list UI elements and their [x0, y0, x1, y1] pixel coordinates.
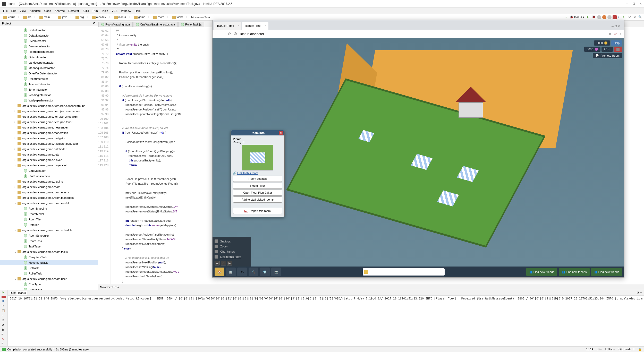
menu-refactor[interactable]: Refactor — [67, 9, 81, 13]
menu-code[interactable]: Code — [43, 9, 53, 13]
breadcrumb[interactable]: main — [38, 15, 52, 19]
report-room-button[interactable]: Report this room — [233, 208, 282, 214]
class-node[interactable]: CChatType — [0, 281, 98, 287]
tool-icon[interactable]: 📋 — [2, 309, 6, 312]
menu-edit[interactable]: Edit — [10, 9, 18, 13]
debug-button[interactable]: 🐞 — [592, 15, 596, 19]
maximize-button[interactable]: ☐ — [632, 2, 635, 5]
breadcrumb[interactable]: org — [74, 15, 86, 19]
class-node[interactable]: CFloorpaperInteractor — [0, 49, 98, 54]
class-node[interactable]: CRollerInteractor — [0, 76, 98, 81]
tool-icon[interactable]: ⇥ — [2, 304, 6, 307]
package-node[interactable]: ›org.alexdev.icarus.game.messenger — [0, 125, 98, 130]
package-node[interactable]: ›org.alexdev.icarus.game.item.json.moodl… — [0, 114, 98, 119]
room-settings-button[interactable]: Room settings — [233, 176, 282, 182]
breadcrumb[interactable]: MovementTask — [190, 15, 212, 19]
shop-icon[interactable]: 🛍 — [237, 268, 247, 276]
info-icon[interactable]: ⓘ — [234, 32, 237, 36]
package-node[interactable]: ›org.alexdev.icarus.game.pathfinder — [0, 146, 98, 152]
chat-style-icon[interactable] — [364, 270, 368, 274]
breadcrumb[interactable]: room — [152, 15, 166, 19]
breadcrumb[interactable]: alexdev — [90, 15, 108, 19]
menu-icon[interactable]: ⋮ — [619, 32, 622, 36]
class-node[interactable]: CRoomUser — [0, 287, 98, 290]
class-node[interactable]: CRotation — [0, 222, 98, 227]
ublock-icon[interactable]: 🛡 — [614, 32, 617, 36]
class-node[interactable]: CRoomTask — [0, 238, 98, 244]
mini-chat-history[interactable]: Chat history — [215, 249, 249, 254]
star-icon[interactable]: ☆ — [609, 32, 611, 36]
tool-icon[interactable]: ↓ — [2, 314, 6, 317]
editor-tab[interactable]: RoomMapping.java — [98, 22, 133, 27]
currency-credits[interactable]: 9000 — [594, 40, 610, 46]
back-button[interactable]: ← — [215, 32, 219, 36]
nav-back[interactable]: ◀ — [215, 261, 220, 265]
menu-analyze[interactable]: Analyze — [53, 9, 66, 13]
close-icon[interactable]: × — [238, 24, 239, 27]
package-node[interactable]: ›org.alexdev.icarus.game.player — [0, 157, 98, 162]
class-node[interactable]: CTaskType — [0, 244, 98, 249]
lock-icon[interactable]: 🔒 — [638, 348, 642, 351]
run-button[interactable]: ▶ — [587, 15, 591, 19]
package-node[interactable]: ›org.alexdev.icarus.game.pets — [0, 152, 98, 157]
currency-duckets[interactable]: 5000 — [584, 47, 600, 52]
breadcrumb[interactable]: game — [132, 15, 147, 19]
toolbar-icon[interactable] — [597, 15, 601, 19]
close-button[interactable]: ✕ — [640, 2, 642, 5]
gear-icon[interactable]: ⚙ ─ — [637, 291, 642, 294]
breadcrumb[interactable]: tasks — [171, 15, 185, 19]
class-node[interactable]: CDiceInteractor — [0, 38, 98, 44]
menu-file[interactable]: File — [2, 9, 9, 13]
file-encoding[interactable]: UTF-8÷ — [605, 348, 615, 351]
help-button[interactable]: Help — [611, 40, 622, 46]
toolbar-icon[interactable] — [607, 15, 612, 19]
package-node[interactable]: ›org.alexdev.icarus.game.moderation — [0, 130, 98, 135]
run-config-selector[interactable]: 🐞 Icarus ▾ — [568, 15, 586, 19]
breadcrumb[interactable]: java — [56, 15, 69, 19]
chat-input[interactable] — [368, 270, 443, 273]
tool-icon[interactable]: 🖨 — [2, 319, 6, 322]
floor-plan-button[interactable]: Open Floor Plan Editor — [233, 190, 282, 196]
find-friends-button[interactable]: 👥 Find new friends — [591, 268, 622, 276]
class-node[interactable]: CClubManager — [0, 168, 98, 173]
browser-tab[interactable]: Icarus: Home× — [214, 22, 241, 30]
toolbar-icon[interactable]: ⮏ — [633, 15, 637, 19]
builders-icon[interactable]: 🔨 — [249, 268, 258, 276]
reload-button[interactable]: ⟳ — [228, 31, 231, 36]
tool-icon[interactable]: 🗑 — [2, 328, 6, 331]
class-node[interactable]: CGateInteractor — [0, 54, 98, 60]
promote-room-button[interactable]: 💬 Promote Room — [593, 53, 622, 58]
package-node[interactable]: ›org.alexdev.icarus.game.item.json.toner — [0, 119, 98, 125]
home-icon[interactable]: 🏠 — [215, 268, 224, 276]
minimize-button[interactable]: ─ — [626, 2, 628, 5]
browser-tab[interactable]: Icarus: Hotel× — [242, 22, 268, 30]
menu-navigate[interactable]: Navigate — [28, 9, 42, 13]
inventory-icon[interactable]: 👕 — [260, 268, 270, 276]
package-node[interactable]: ›org.alexdev.icarus.game.navigator.popul… — [0, 141, 98, 146]
tool-icon[interactable]: ⚙ — [2, 323, 6, 327]
package-node[interactable]: ›org.alexdev.icarus.game.item.json.adsba… — [0, 103, 98, 108]
git-branch[interactable]: Git: master ‡ — [618, 348, 635, 351]
tool-icon[interactable]: ≡ — [2, 333, 6, 336]
class-node[interactable]: CMovementTask — [0, 260, 98, 265]
line-separator[interactable]: LF÷ — [597, 348, 602, 351]
close-icon[interactable]: × — [265, 24, 266, 27]
class-node[interactable]: CWallpaperInteractor — [0, 98, 98, 103]
class-node[interactable]: CDimmerInteractor — [0, 44, 98, 49]
class-node[interactable]: CRoomModel — [0, 211, 98, 217]
breadcrumb[interactable]: icarus — [113, 15, 128, 19]
close-icon[interactable]: × — [279, 131, 283, 135]
rerun-icon[interactable]: ↻ — [2, 291, 6, 294]
stop-button[interactable] — [613, 15, 617, 19]
package-node[interactable]: ⌄org.alexdev.icarus.game.room.scheduler — [0, 227, 98, 233]
class-node[interactable]: CRoomMapping — [0, 206, 98, 211]
package-node[interactable]: ›org.alexdev.icarus.game.navigator — [0, 135, 98, 141]
menu-vcs[interactable]: VCS — [110, 9, 119, 13]
pause-icon[interactable]: ⏸ — [2, 299, 6, 303]
menu-window[interactable]: Window — [120, 9, 133, 13]
mini-link[interactable]: Link to this room — [215, 254, 249, 259]
caret-position[interactable]: 16:14 — [586, 348, 593, 351]
class-node[interactable]: CTeleportInteractor — [0, 81, 98, 87]
package-node[interactable]: ›org.alexdev.icarus.game.room — [0, 184, 98, 190]
breadcrumb[interactable]: Icarus — [2, 15, 17, 19]
